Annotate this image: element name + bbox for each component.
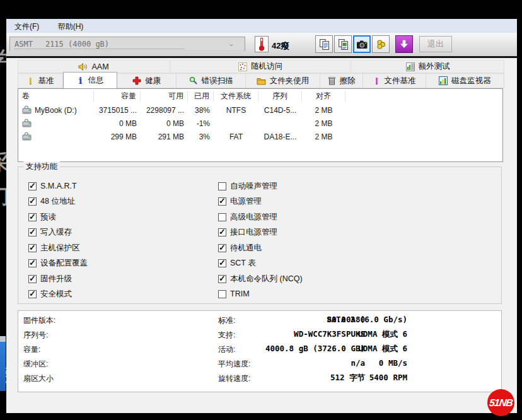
drive-select-dropdown[interactable]: ASMT2115 (4000 gB) ⌄ [9, 37, 245, 51]
feature-security-mode[interactable]: 安全模式 [28, 289, 72, 299]
checkbox[interactable] [218, 228, 226, 236]
standard-label: 标准: [218, 315, 235, 326]
table-row[interactable]: 299 MB 291 MB 3% FAT DA18-E... 2 MB [18, 130, 502, 143]
checkbox[interactable] [28, 290, 37, 298]
edge-glyph-fragment: 采 [0, 149, 6, 177]
tab-folder-usage[interactable]: 文件夹使用 [246, 73, 320, 88]
feature-label: 主机保护区 [40, 243, 80, 254]
supported-mode-value: UDMA 模式 6 [283, 329, 407, 340]
chevron-down-icon[interactable]: ⌄ [228, 39, 235, 48]
table-row[interactable]: MyBook (D:) 3715015 ... 2298097 ... 38% … [18, 103, 502, 117]
feature-label: 设备配置覆盖 [40, 258, 88, 269]
tab-random-access[interactable]: 随机访问 [170, 60, 351, 73]
checkbox[interactable] [28, 259, 37, 267]
feature-label: 电源管理 [230, 196, 262, 207]
checkbox[interactable] [218, 259, 226, 267]
checkbox[interactable] [218, 244, 226, 252]
cell-filesystem: FAT [214, 132, 258, 141]
feature-sct[interactable]: SCT 表 [218, 258, 256, 268]
feature-power-mgmt[interactable]: 电源管理 [218, 196, 262, 206]
thermometer-icon [255, 36, 269, 52]
serial-label: 序列号: [23, 330, 48, 341]
copy-image-button[interactable] [334, 35, 352, 53]
sector-size-label: 扇区大小 [23, 373, 54, 384]
checkbox[interactable] [28, 182, 37, 190]
volume-name: MyBook (D:) [35, 106, 77, 115]
feature-hpa[interactable]: 主机保护区 [28, 243, 80, 253]
checkbox[interactable] [218, 290, 226, 298]
feature-label: 自动噪声管理 [230, 181, 277, 192]
cell-capacity: 0 MB [94, 119, 141, 128]
tab-row-main: ! 基准 i 信息 健康 错误扫描 [18, 73, 504, 88]
51nb-watermark: 51NB [487, 389, 514, 416]
feature-48bit[interactable]: 48 位地址 [28, 196, 75, 206]
checkbox[interactable] [218, 275, 226, 283]
rotation-speed-value: 5400 RPM [283, 373, 407, 382]
feature-trim[interactable]: TRIM [218, 289, 250, 299]
checkbox[interactable] [28, 228, 37, 236]
feature-ncq[interactable]: 本机命令队列 (NCQ) [218, 274, 303, 284]
tab-health[interactable]: 健康 [117, 73, 177, 88]
checkbox[interactable] [218, 197, 226, 206]
col-filesystem[interactable]: 文件系统 [214, 91, 258, 102]
cell-used: 3% [188, 132, 214, 141]
checkbox[interactable] [218, 213, 226, 221]
benchmark-exclamation-icon: ! [27, 76, 35, 85]
checkbox[interactable] [218, 182, 226, 190]
menu-file[interactable]: 文件(F) [6, 19, 47, 32]
feature-write-cache[interactable]: 写入缓存 [28, 227, 72, 237]
feature-label: 本机命令队列 (NCQ) [230, 274, 303, 284]
watermark-text: 51NB [489, 397, 513, 409]
table-row[interactable]: 0 MB 0 MB -1% 2 MB [18, 117, 502, 130]
cell-capacity: 3715015 ... [94, 106, 141, 115]
tab-aam[interactable]: AAM [18, 60, 170, 73]
col-volume[interactable]: 卷 [18, 91, 94, 102]
toolbar: ASMT2115 (4000 gB) ⌄ 42癈 [6, 33, 517, 56]
tab-extra-tests[interactable]: 额外测试 [351, 60, 504, 73]
feature-smart[interactable]: S.M.A.R.T [28, 181, 77, 191]
menu-help[interactable]: 帮助(H) [50, 19, 92, 32]
tab-benchmark[interactable]: ! 基准 [18, 73, 63, 88]
feature-standby[interactable]: 待机通电 [218, 243, 262, 253]
edge-glyph-fragment: 刀 [0, 183, 6, 211]
copy-text-icon [319, 39, 330, 50]
feature-label: TRIM [230, 289, 250, 298]
tab-file-benchmark[interactable]: ! 文件基准 [363, 73, 426, 88]
supported-mode-label: 支持: [218, 330, 235, 341]
checkbox[interactable] [28, 197, 37, 206]
active-mode-value: UDMA 模式 6 [283, 344, 407, 354]
update-button[interactable] [395, 35, 413, 53]
feature-apm[interactable]: 高级电源管理 [218, 212, 277, 222]
feature-readahead[interactable]: 预读 [28, 212, 56, 222]
tab-label: 随机访问 [251, 61, 282, 72]
donate-button[interactable] [372, 35, 390, 53]
health-cross-icon [132, 76, 141, 85]
col-alignment[interactable]: 对齐 [302, 91, 345, 102]
checkbox[interactable] [28, 244, 37, 252]
exit-button[interactable]: 退出 [419, 36, 452, 52]
cell-free: 2298097 ... [141, 106, 188, 115]
col-capacity[interactable]: 容量 [94, 91, 141, 102]
cell-free: 0 MB [141, 119, 188, 128]
group-title: 支持功能 [23, 161, 60, 172]
cell-serial: C14D-5... [258, 106, 302, 115]
feature-aam[interactable]: 自动噪声管理 [218, 181, 277, 191]
col-used[interactable]: 已用 [188, 91, 214, 102]
tab-error-scan[interactable]: 错误扫描 [177, 73, 246, 88]
checkbox[interactable] [28, 213, 37, 221]
tab-disk-monitor[interactable]: 磁盘监视器 [426, 73, 504, 88]
copy-text-button[interactable] [315, 35, 333, 53]
tab-info[interactable]: i 信息 [63, 72, 117, 88]
feature-label: 待机通电 [230, 243, 262, 254]
feature-interface-power[interactable]: 接口电源管理 [218, 227, 277, 237]
checkbox[interactable] [28, 275, 37, 283]
tab-erase[interactable]: 擦除 [320, 73, 363, 88]
col-serial[interactable]: 序列 [258, 91, 302, 102]
col-free[interactable]: 可用 [141, 91, 188, 102]
edge-glyph-fragment: 3 [0, 272, 1, 296]
feature-firmware-upgrade[interactable]: 固件升级 [28, 274, 72, 284]
screenshot-button[interactable] [353, 35, 371, 53]
feature-label: 高级电源管理 [230, 212, 277, 223]
tab-label: 文件夹使用 [270, 76, 310, 86]
feature-dco[interactable]: 设备配置覆盖 [28, 258, 88, 268]
